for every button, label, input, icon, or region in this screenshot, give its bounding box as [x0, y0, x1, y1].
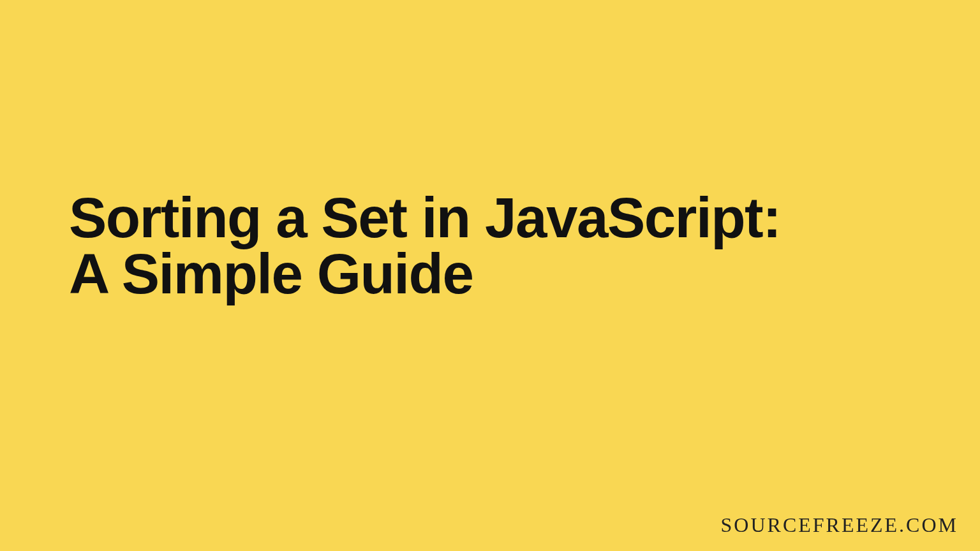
page-title: Sorting a Set in JavaScript: A Simple Gu…: [69, 190, 911, 302]
page-title-line-1: Sorting a Set in JavaScript:: [69, 186, 780, 249]
page-title-line-2: A Simple Guide: [69, 242, 473, 305]
hero-card: Sorting a Set in JavaScript: A Simple Gu…: [0, 0, 980, 551]
site-watermark: SOURCEFREEZE.COM: [721, 513, 958, 537]
